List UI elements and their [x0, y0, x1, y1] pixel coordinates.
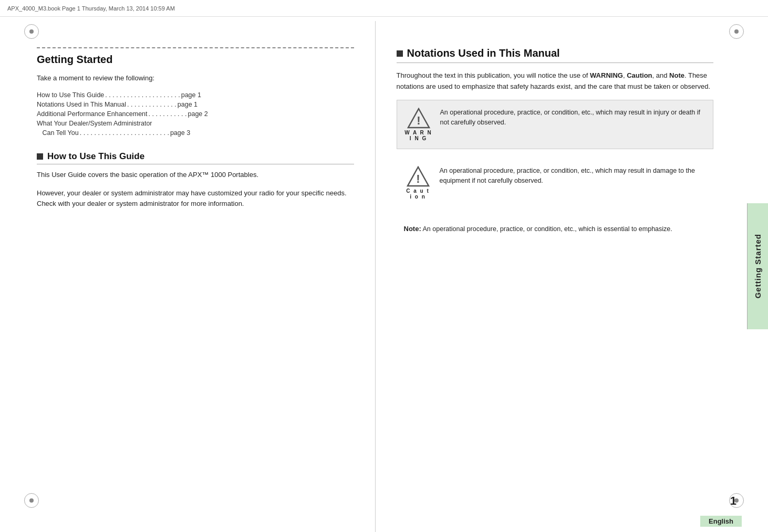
caution-text: An operational procedure, practice, or c…	[440, 166, 707, 186]
warning-text: An operational procedure, practice, or c…	[440, 108, 706, 128]
intro-text: Take a moment to review the following:	[37, 73, 354, 84]
subsection1-heading: How to Use This Guide	[37, 151, 354, 164]
caution-icon-container: ! C a u t i o n	[404, 166, 432, 200]
dashed-separator	[37, 47, 354, 48]
note-body: An operational procedure, practice, or c…	[423, 225, 672, 233]
caution-triangle-icon: !	[407, 166, 430, 187]
right-intro: Throughout the text in this publication,…	[397, 70, 714, 92]
caution-box: ! C a u t i o n An operational procedure…	[397, 159, 714, 207]
right-section-label: Notations Used in This Manual	[407, 47, 560, 59]
toc-label-3: Additional Performance Enhancement	[37, 110, 148, 118]
subsection1-label: How to Use This Guide	[47, 151, 144, 162]
toc-entry-3: Additional Performance Enhancement . . .…	[37, 110, 354, 118]
page-header: APX_4000_M3.book Page 1 Thursday, March …	[0, 0, 768, 17]
toc-dots-5: . . . . . . . . . . . . . . . . . . . . …	[80, 129, 169, 137]
toc-page-2: page 1	[178, 101, 198, 108]
toc-label-1: How to Use This Guide	[37, 91, 104, 99]
warning-label: W A R N I N G	[404, 130, 433, 141]
toc-entry-2: Notations Used in This Manual . . . . . …	[37, 101, 354, 108]
svg-text:!: !	[417, 114, 420, 127]
sq-bullet-icon	[37, 153, 43, 160]
side-tab-label: Getting Started	[753, 234, 762, 298]
left-column: Getting Started Take a moment to review …	[0, 21, 376, 532]
toc-label-2: Notations Used in This Manual	[37, 101, 126, 108]
svg-text:!: !	[416, 172, 420, 185]
toc-page-3: page 2	[188, 110, 207, 118]
note-text: Note: An operational procedure, practice…	[404, 224, 672, 234]
warning-triangle-icon: !	[407, 108, 430, 129]
subsection1-para2: However, your dealer or system administr…	[37, 188, 354, 210]
side-tab: Getting Started	[747, 203, 768, 329]
main-heading: Getting Started	[37, 54, 354, 66]
right-section-heading: Notations Used in This Manual	[397, 47, 714, 63]
note-box: Note: An operational procedure, practice…	[397, 216, 714, 242]
toc-page-1: page 1	[181, 91, 201, 99]
main-content: Getting Started Take a moment to review …	[0, 21, 745, 532]
caution-label: C a u t i o n	[404, 188, 432, 200]
warning-box: ! W A R N I N G An operational procedure…	[397, 100, 714, 149]
toc-label-4: What Your Dealer/System Administrator	[37, 120, 152, 127]
toc-list: How to Use This Guide . . . . . . . . . …	[37, 91, 354, 137]
right-sq-bullet-icon	[397, 50, 403, 57]
subsection1-para1: This User Guide covers the basic operati…	[37, 170, 354, 181]
warning-icon-container: ! W A R N I N G	[404, 108, 433, 141]
note-label: Note:	[404, 225, 421, 233]
toc-entry-1: How to Use This Guide . . . . . . . . . …	[37, 91, 354, 99]
toc-page-5: page 3	[170, 129, 190, 137]
toc-dots-2: . . . . . . . . . . . . . .	[127, 101, 177, 108]
toc-entry-4: What Your Dealer/System Administrator	[37, 120, 354, 127]
toc-dots-1: . . . . . . . . . . . . . . . . . . . . …	[105, 91, 180, 99]
right-column: Notations Used in This Manual Throughout…	[376, 21, 745, 532]
toc-entry-5: Can Tell You . . . . . . . . . . . . . .…	[37, 129, 354, 137]
toc-dots-3: . . . . . . . . . . .	[149, 110, 187, 118]
header-text: APX_4000_M3.book Page 1 Thursday, March …	[7, 5, 175, 12]
toc-label-5: Can Tell You	[37, 129, 79, 137]
